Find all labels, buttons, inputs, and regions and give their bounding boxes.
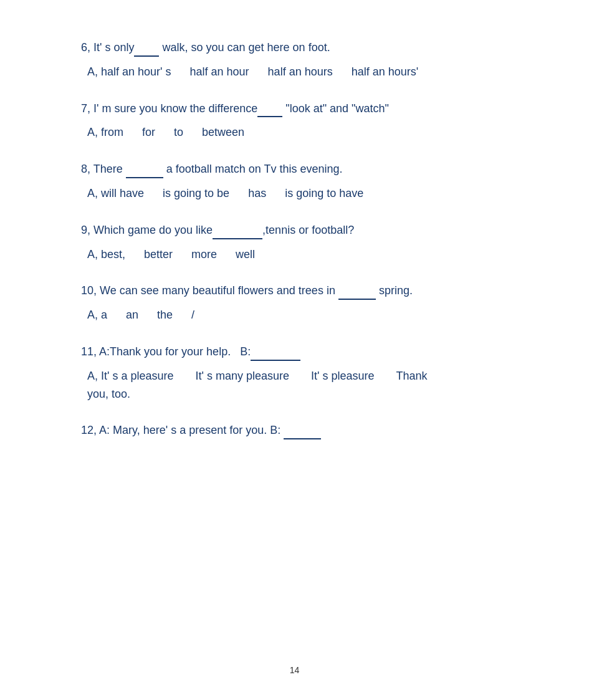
answer-6: A, half an hour' s half an hour half an … (81, 63, 539, 81)
question-11: 11, A:Thank you for your help. B: A, It'… (81, 342, 539, 403)
option-10-c: the (157, 306, 173, 324)
question-10-text: 10, We can see many beautiful flowers an… (81, 280, 539, 300)
page-number: 14 (0, 665, 589, 675)
question-8-text: 8, There a football match on Tv this eve… (81, 159, 539, 178)
option-6-d: half an hours' (352, 63, 419, 81)
answer-8: A, will have is going to be has is going… (81, 185, 539, 203)
question-7: 7, I' m sure you know the difference "lo… (81, 98, 539, 142)
option-8-d: is going to have (285, 185, 363, 203)
blank-10 (338, 280, 376, 300)
question-8: 8, There a football match on Tv this eve… (81, 159, 539, 203)
question-6: 6, It' s only walk, so you can get here … (81, 37, 539, 81)
blank-9 (213, 220, 262, 239)
question-9-text: 9, Which game do you like ,tennis or foo… (81, 220, 539, 239)
blank-7 (257, 98, 282, 118)
question-10: 10, We can see many beautiful flowers an… (81, 280, 539, 324)
option-11-b: It' s many pleasure (196, 367, 290, 385)
option-6-b: half an hour (190, 63, 249, 81)
answer-9: A, best, better more well (81, 246, 539, 264)
blank-8 (126, 159, 163, 178)
option-11-e: you, too. (87, 385, 130, 403)
page: 6, It' s only walk, so you can get here … (0, 0, 589, 700)
answer-10: A, a an the / (81, 306, 539, 324)
option-9-d: well (236, 246, 255, 264)
answer-7: A, from for to between (81, 123, 539, 141)
option-8-c: has (248, 185, 266, 203)
question-7-text: 7, I' m sure you know the difference "lo… (81, 98, 539, 118)
question-6-text: 6, It' s only walk, so you can get here … (81, 37, 539, 57)
option-10-a: A, a (87, 306, 107, 324)
option-9-b: better (144, 246, 173, 264)
option-11-a: A, It' s a pleasure (87, 367, 174, 385)
option-7-b: for (142, 123, 155, 141)
option-6-c: half an hours (268, 63, 333, 81)
question-12: 12, A: Mary, here' s a present for you. … (81, 420, 539, 439)
option-9-a: A, best, (87, 246, 125, 264)
blank-11 (251, 342, 300, 361)
option-8-b: is going to be (163, 185, 229, 203)
question-11-text: 11, A:Thank you for your help. B: (81, 342, 539, 361)
option-7-d: between (202, 123, 244, 141)
option-9-c: more (191, 246, 217, 264)
option-11-d: Thank (396, 367, 428, 385)
option-11-c: It' s pleasure (311, 367, 375, 385)
option-8-a: A, will have (87, 185, 144, 203)
option-7-a: A, from (87, 123, 123, 141)
question-12-text: 12, A: Mary, here' s a present for you. … (81, 420, 539, 439)
option-7-c: to (174, 123, 183, 141)
question-9: 9, Which game do you like ,tennis or foo… (81, 220, 539, 264)
blank-12 (284, 420, 321, 439)
option-10-d: / (191, 306, 194, 324)
option-10-b: an (126, 306, 138, 324)
blank-6 (134, 37, 159, 57)
answer-11: A, It' s a pleasure It' s many pleasure … (81, 367, 539, 403)
option-6-a: A, half an hour' s (87, 63, 171, 81)
